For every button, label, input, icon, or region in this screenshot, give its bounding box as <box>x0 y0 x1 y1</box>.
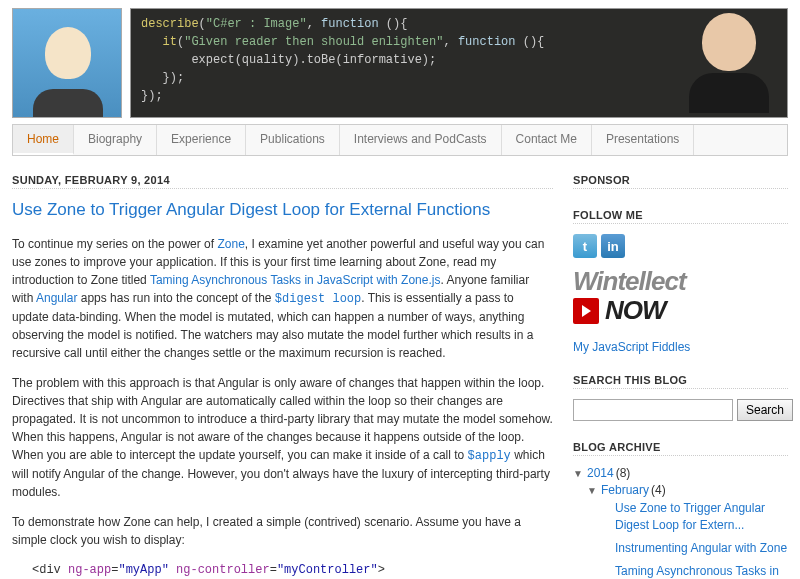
tab-contact[interactable]: Contact Me <box>502 125 592 155</box>
archive-toggle-month[interactable]: ▼ <box>587 485 599 496</box>
search-heading: SEARCH THIS BLOG <box>573 374 788 389</box>
post-date: SUNDAY, FEBRUARY 9, 2014 <box>12 174 553 189</box>
link-apply[interactable]: $apply <box>468 449 511 463</box>
link-js-fiddles[interactable]: My JavaScript Fiddles <box>573 340 690 354</box>
archive-post-link[interactable]: Instrumenting Angular with Zone <box>615 540 788 557</box>
main-column: SUNDAY, FEBRUARY 9, 2014 Use Zone to Tri… <box>12 174 553 579</box>
archive-month-link[interactable]: February <box>601 483 649 497</box>
linkedin-icon[interactable]: in <box>601 234 625 258</box>
archive-month-count: (4) <box>651 483 666 497</box>
header-code-banner: describe("C#er : Image", function (){ it… <box>130 8 788 118</box>
link-angular[interactable]: Angular <box>36 291 77 305</box>
post-body: To continue my series on the power of Zo… <box>12 235 553 579</box>
sponsor-heading: SPONSOR <box>573 174 788 189</box>
link-zone[interactable]: Zone <box>217 237 244 251</box>
archive-year-count: (8) <box>616 466 631 480</box>
search-button[interactable]: Search <box>737 399 793 421</box>
sidebar: SPONSOR FOLLOW ME t in Wintellect NOW My… <box>573 174 788 579</box>
nav-tabs: Home Biography Experience Publications I… <box>12 124 788 156</box>
code-snippet: <div ng-app="myApp" ng-controller="myCon… <box>32 561 553 579</box>
archive-post-link[interactable]: Use Zone to Trigger Angular Digest Loop … <box>615 500 788 534</box>
archive-heading: BLOG ARCHIVE <box>573 441 788 456</box>
twitter-icon[interactable]: t <box>573 234 597 258</box>
tab-presentations[interactable]: Presentations <box>592 125 694 155</box>
post-title-link[interactable]: Use Zone to Trigger Angular Digest Loop … <box>12 200 490 219</box>
tab-biography[interactable]: Biography <box>74 125 157 155</box>
author-photo <box>687 13 771 113</box>
wintellect-now-logo[interactable]: Wintellect NOW <box>573 270 788 326</box>
link-taming-async[interactable]: Taming Asynchronous Tasks in JavaScript … <box>150 273 441 287</box>
link-digest-loop[interactable]: $digest loop <box>275 292 361 306</box>
avatar-image <box>12 8 122 118</box>
tab-publications[interactable]: Publications <box>246 125 340 155</box>
search-input[interactable] <box>573 399 733 421</box>
archive-post-link[interactable]: Taming Asynchronous Tasks in JavaScript … <box>615 563 788 579</box>
archive-year-link[interactable]: 2014 <box>587 466 614 480</box>
followme-heading: FOLLOW ME <box>573 209 788 224</box>
tab-experience[interactable]: Experience <box>157 125 246 155</box>
archive-toggle-year[interactable]: ▼ <box>573 468 585 479</box>
tab-home[interactable]: Home <box>13 125 74 155</box>
tab-interviews[interactable]: Interviews and PodCasts <box>340 125 502 155</box>
post-title: Use Zone to Trigger Angular Digest Loop … <box>12 199 553 221</box>
play-icon <box>573 298 599 324</box>
